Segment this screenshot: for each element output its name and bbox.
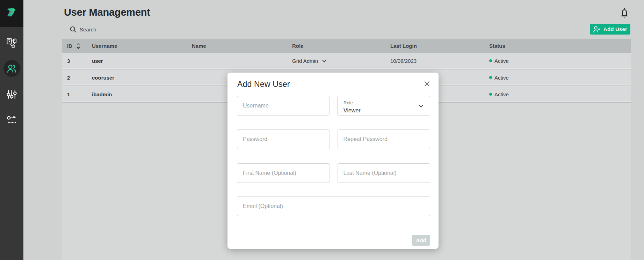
add-user-button[interactable]: Add User	[590, 24, 630, 35]
role-select-label: Role	[343, 100, 424, 105]
page-title: User Management	[64, 7, 150, 18]
cell-id: 1	[62, 91, 92, 97]
column-header-id[interactable]: ID	[62, 42, 92, 50]
status-dot	[489, 59, 492, 62]
role-dropdown-value: Grid Admin	[292, 58, 318, 64]
sidebar-item-users[interactable]	[0, 55, 23, 81]
users-icon	[3, 60, 20, 77]
email-field[interactable]	[237, 196, 430, 216]
cell-status: Active	[489, 75, 631, 81]
status-label: Active	[494, 75, 509, 81]
password-field[interactable]	[237, 129, 330, 149]
cell-role: Grid Admin	[292, 58, 390, 64]
chevron-down-icon	[322, 60, 326, 62]
modal-title: Add New User	[237, 80, 290, 89]
sidebar-item-fabric[interactable]	[0, 30, 23, 55]
column-header-last-login[interactable]: Last Login	[390, 43, 489, 49]
status-dot	[489, 93, 492, 96]
notifications-bell-icon[interactable]	[621, 8, 628, 18]
status-label: Active	[494, 58, 509, 64]
search-bar	[70, 26, 191, 33]
close-icon[interactable]	[424, 81, 430, 87]
modal-add-button[interactable]: Add	[412, 235, 430, 246]
modal-footer-divider	[237, 230, 430, 230]
add-user-icon	[593, 26, 600, 33]
last-name-field[interactable]	[338, 163, 430, 183]
cell-last-login: 10/08/2023	[390, 58, 489, 64]
brand-logo-icon	[4, 7, 20, 18]
cell-status: Active	[489, 58, 631, 64]
table-header-row: ID Username Name Role Last Login Status	[62, 39, 631, 53]
column-header-name[interactable]: Name	[192, 43, 292, 49]
column-header-username[interactable]: Username	[92, 43, 192, 49]
search-icon	[70, 26, 77, 33]
sidebar-item-settings[interactable]	[0, 81, 23, 107]
fabric-topology-icon	[3, 34, 20, 51]
table-row[interactable]: 3userGrid Admin10/08/2023Active	[62, 53, 631, 69]
add-new-user-modal: Add New User Role Viewer Add	[227, 73, 439, 249]
column-header-role[interactable]: Role	[292, 43, 390, 49]
chevron-down-icon	[419, 105, 423, 108]
status-dot	[489, 76, 492, 79]
cell-username: user	[92, 58, 192, 64]
cell-username: ibadmin	[92, 91, 192, 97]
sidebar-nav	[0, 27, 23, 133]
sidebar	[0, 0, 23, 260]
role-select[interactable]: Role Viewer	[337, 96, 430, 116]
sort-icon[interactable]	[76, 43, 80, 50]
cell-username: cooruser	[92, 75, 192, 81]
first-name-field[interactable]	[237, 163, 330, 183]
column-header-status[interactable]: Status	[489, 43, 631, 49]
status-label: Active	[494, 91, 509, 97]
sidebar-item-access[interactable]	[0, 107, 23, 133]
key-icon	[3, 112, 20, 128]
cell-id: 3	[62, 58, 92, 64]
cell-status: Active	[489, 91, 631, 97]
repeat-password-field[interactable]	[338, 129, 430, 149]
brand-logo[interactable]	[0, 0, 23, 27]
role-dropdown[interactable]: Grid Admin	[292, 58, 326, 64]
add-user-button-label: Add User	[603, 26, 627, 32]
role-select-value: Viewer	[343, 107, 424, 114]
username-field[interactable]	[237, 96, 330, 116]
search-input[interactable]	[80, 27, 191, 32]
cell-id: 2	[62, 75, 92, 81]
settings-sliders-icon	[3, 86, 20, 103]
